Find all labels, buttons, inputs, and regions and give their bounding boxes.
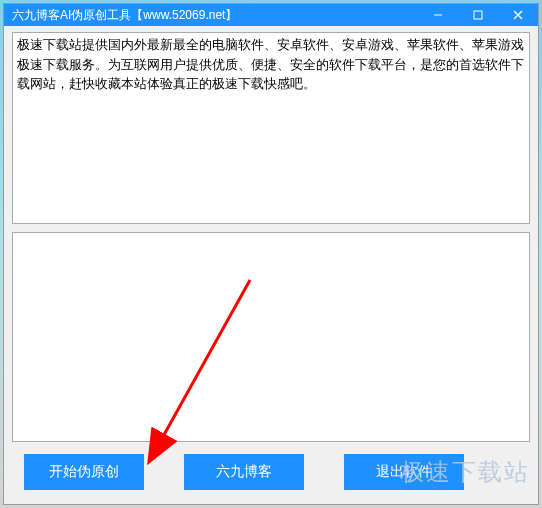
minimize-button[interactable] [418, 4, 458, 26]
window-controls [418, 4, 538, 26]
output-textarea[interactable] [12, 232, 530, 442]
blog-button[interactable]: 六九博客 [184, 454, 304, 490]
maximize-button[interactable] [458, 4, 498, 26]
titlebar[interactable]: 六九博客AI伪原创工具【www.52069.net】 [4, 4, 538, 26]
exit-button[interactable]: 退出软件 [344, 454, 464, 490]
svg-rect-1 [474, 11, 482, 19]
button-row: 开始伪原创 六九博客 退出软件 [12, 450, 530, 496]
input-textarea[interactable] [12, 32, 530, 224]
close-button[interactable] [498, 4, 538, 26]
start-button[interactable]: 开始伪原创 [24, 454, 144, 490]
content-area: 开始伪原创 六九博客 退出软件 [4, 26, 538, 504]
window-title: 六九博客AI伪原创工具【www.52069.net】 [12, 7, 418, 24]
application-window: 六九博客AI伪原创工具【www.52069.net】 开始伪原创 六九博客 退出… [3, 3, 539, 505]
